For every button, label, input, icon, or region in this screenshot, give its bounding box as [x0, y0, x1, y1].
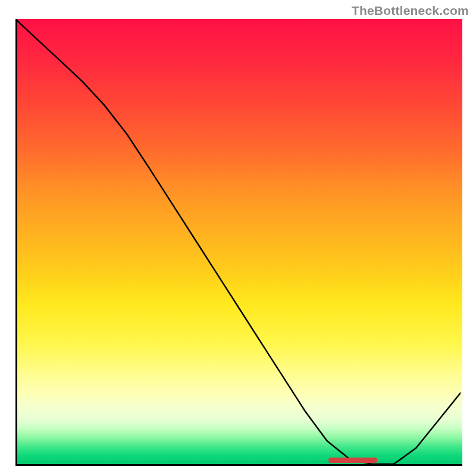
optimum-marker	[328, 458, 377, 463]
chart-plot-area	[15, 19, 462, 466]
attribution-text: TheBottleneck.com	[352, 4, 469, 18]
